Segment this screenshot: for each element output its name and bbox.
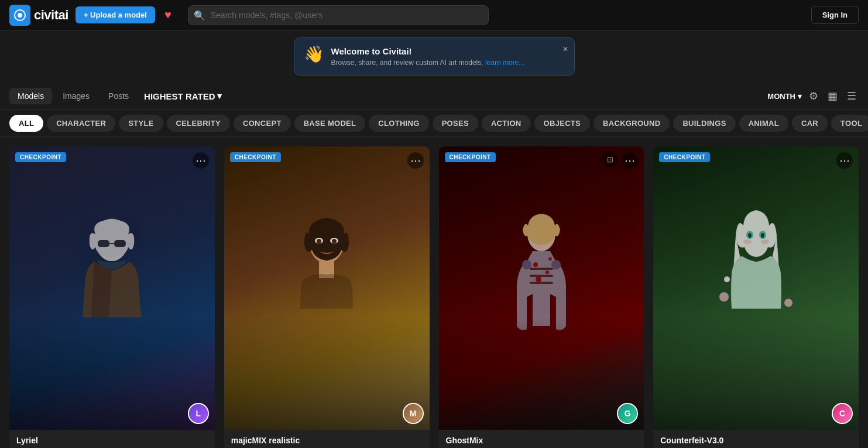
- image-gradient-counterfeit: [653, 316, 859, 430]
- svg-point-21: [551, 260, 561, 269]
- image-gradient: [9, 316, 215, 430]
- cat-tab-car[interactable]: CAR: [792, 115, 828, 132]
- svg-point-17: [545, 271, 549, 274]
- svg-point-27: [719, 292, 729, 302]
- period-label: MONTH: [767, 92, 795, 101]
- cat-tab-action[interactable]: ACTION: [482, 115, 531, 132]
- card-lyriel[interactable]: CHECKPOINT ⋯ L Lyriel ★★★★★ 460 ♥ 4.5K 💬…: [9, 146, 215, 448]
- card-badge-ghostmix: CHECKPOINT: [445, 152, 496, 162]
- favorites-button[interactable]: ♥: [162, 6, 174, 24]
- card-ghostmix[interactable]: CHECKPOINT ⋯ ⊡ G GhostMix ★★★★★ 297 ♥ 6.…: [439, 146, 644, 448]
- svg-point-26: [761, 233, 764, 238]
- cat-tab-buildings[interactable]: BUILDINGS: [673, 115, 735, 132]
- banner-title: Welcome to Civitai!: [331, 46, 525, 56]
- cat-tab-animal[interactable]: ANIMAL: [739, 115, 788, 132]
- svg-point-20: [522, 260, 531, 269]
- cards-grid: CHECKPOINT ⋯ L Lyriel ★★★★★ 460 ♥ 4.5K 💬…: [0, 137, 868, 448]
- upload-button[interactable]: + Upload a model: [76, 6, 155, 23]
- card-menu-majic[interactable]: ⋯: [407, 152, 424, 169]
- svg-point-1: [18, 13, 22, 18]
- card-title-counterfeit: Counterfeit-V3.0: [660, 436, 852, 445]
- banner-subtitle: Browse, share, and review custom AI art …: [331, 59, 525, 67]
- card-badge-majic: CHECKPOINT: [230, 152, 281, 162]
- tab-images[interactable]: Images: [54, 88, 98, 104]
- svg-point-25: [748, 233, 752, 238]
- cat-tab-all[interactable]: ALL: [9, 115, 43, 132]
- cat-tab-celebrity[interactable]: CELEBRITY: [167, 115, 230, 132]
- search-wrap: 🔍: [188, 5, 489, 25]
- banner-text: Welcome to Civitai! Browse, share, and r…: [331, 46, 525, 67]
- period-chevron: ▾: [798, 92, 802, 101]
- card-avatar-lyriel: L: [188, 403, 209, 424]
- grid-view-button[interactable]: ▦: [825, 87, 840, 105]
- logo-text: civitai: [34, 8, 68, 23]
- card-avatar-majic: M: [403, 403, 424, 424]
- card-menu-counterfeit[interactable]: ⋯: [836, 152, 853, 169]
- svg-point-10: [332, 239, 337, 244]
- welcome-banner: 👋 Welcome to Civitai! Browse, share, and…: [294, 37, 575, 76]
- card-title-majic: majicMIX realistic: [231, 436, 423, 445]
- card-counterfeit[interactable]: CHECKPOINT ⋯ C Counterfeit-V3.0: [653, 146, 859, 448]
- cat-tab-poses[interactable]: POSES: [433, 115, 478, 132]
- card-title-ghostmix: GhostMix: [446, 436, 637, 445]
- svg-point-28: [784, 299, 792, 307]
- cat-tab-style[interactable]: STYLE: [119, 115, 163, 132]
- card-menu-lyriel[interactable]: ⋯: [193, 152, 209, 169]
- card-image-majic: CHECKPOINT ⋯ M: [224, 146, 430, 430]
- card-badge-lyriel: CHECKPOINT: [15, 152, 66, 162]
- filter-button[interactable]: ⚙: [807, 87, 821, 105]
- header: civitai + Upload a model ♥ 🔍 Sign In: [0, 0, 868, 30]
- cat-tab-concept[interactable]: CONCEPT: [234, 115, 291, 132]
- tab-models[interactable]: Models: [9, 88, 52, 104]
- card-majic[interactable]: CHECKPOINT ⋯ M majicMIX realistic ★★★★★ …: [224, 146, 430, 448]
- sort-dropdown[interactable]: HIGHEST RATED ▾: [144, 91, 222, 101]
- logo[interactable]: civitai: [9, 5, 68, 26]
- banner-emoji: 👋: [304, 46, 324, 63]
- cat-tab-tool[interactable]: TOOL: [831, 115, 868, 132]
- svg-rect-14: [530, 275, 553, 277]
- svg-point-9: [317, 239, 321, 244]
- sub-nav-right: MONTH ▾ ⚙ ▦ ☰: [767, 87, 859, 105]
- svg-rect-13: [530, 268, 553, 270]
- svg-point-19: [548, 257, 552, 261]
- logo-icon: [9, 5, 30, 26]
- card-info-lyriel: Lyriel ★★★★★ 460 ♥ 4.5K 💬 45 ⬇ 41K: [9, 430, 215, 448]
- list-view-button[interactable]: ☰: [845, 87, 859, 105]
- card-info-ghostmix: GhostMix ★★★★★ 297 ♥ 6.6K 💬 122 ⬇ 44K: [439, 430, 644, 448]
- svg-point-29: [724, 276, 730, 282]
- sub-nav: Models Images Posts HIGHEST RATED ▾ MONT…: [0, 83, 868, 110]
- svg-point-18: [536, 276, 541, 282]
- svg-point-30: [743, 240, 752, 244]
- card-image-ghostmix: CHECKPOINT ⋯ ⊡ G: [439, 146, 644, 430]
- svg-rect-3: [98, 240, 109, 247]
- svg-point-31: [761, 240, 769, 244]
- banner-close-button[interactable]: ×: [562, 44, 568, 54]
- card-image-lyriel: CHECKPOINT ⋯ L: [9, 146, 215, 430]
- card-title-lyriel: Lyriel: [16, 436, 208, 445]
- banner-link[interactable]: learn more...: [485, 59, 524, 67]
- sign-in-button[interactable]: Sign In: [811, 6, 859, 24]
- svg-rect-15: [530, 282, 553, 284]
- card-badge-counterfeit: CHECKPOINT: [659, 152, 710, 162]
- image-gradient-majic: [224, 316, 430, 430]
- card-avatar-counterfeit: C: [832, 403, 853, 424]
- search-icon: 🔍: [194, 9, 205, 20]
- svg-point-16: [533, 262, 538, 267]
- svg-rect-4: [114, 240, 126, 247]
- cat-tab-character[interactable]: CHARACTER: [47, 115, 115, 132]
- cat-tab-base-model[interactable]: BASE MODEL: [294, 115, 366, 132]
- cat-tab-background[interactable]: BACKGROUND: [593, 115, 670, 132]
- cat-tab-objects[interactable]: OBJECTS: [534, 115, 591, 132]
- category-tabs: ALL CHARACTER STYLE CELEBRITY CONCEPT BA…: [0, 110, 868, 137]
- sort-chevron: ▾: [217, 91, 222, 101]
- sort-label: HIGHEST RATED: [144, 91, 215, 101]
- cat-tab-clothing[interactable]: CLOTHING: [369, 115, 428, 132]
- nav-tabs: Models Images Posts: [9, 88, 137, 104]
- card-info-counterfeit: Counterfeit-V3.0: [653, 430, 859, 448]
- period-selector[interactable]: MONTH ▾: [767, 92, 802, 101]
- card-image-counterfeit: CHECKPOINT ⋯ C: [653, 146, 859, 430]
- card-info-majic: majicMIX realistic ★★★★★ 411 ♥ 10K 💬 176…: [224, 430, 430, 448]
- search-input[interactable]: [188, 5, 489, 25]
- image-gradient-ghost: [439, 316, 644, 430]
- tab-posts[interactable]: Posts: [100, 88, 137, 104]
